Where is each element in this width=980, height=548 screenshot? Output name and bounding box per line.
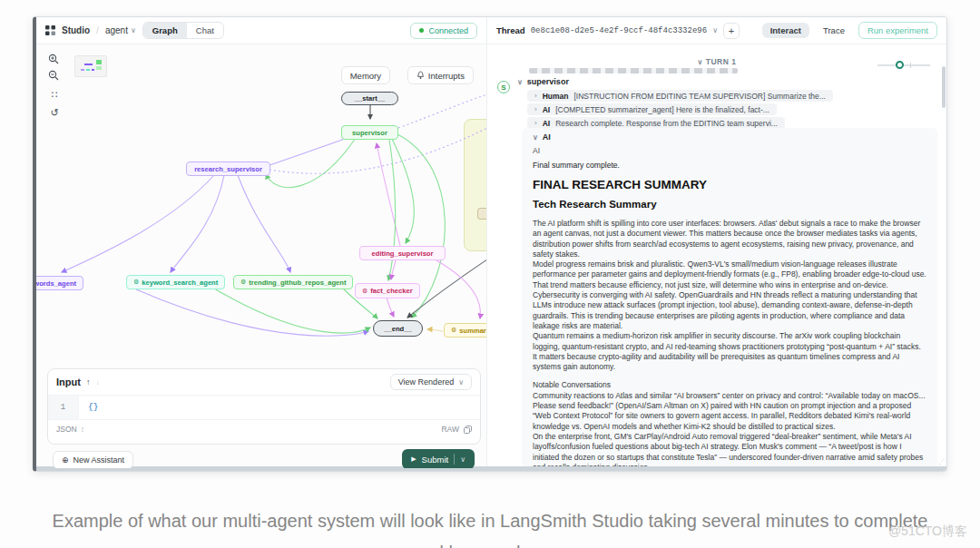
watermark: @51CTO博客	[888, 524, 967, 540]
thread-header: Thread 0e8c1e08-d2e5-4e2f-9ccf-48f4c3332…	[487, 17, 946, 44]
thread-label: Thread	[496, 25, 525, 35]
chevron-down-icon: ∨	[517, 78, 523, 86]
graph-minimap[interactable]	[74, 55, 107, 77]
notable-paragraph: On the enterprise front, GM's CarPlay/An…	[533, 432, 926, 467]
move-up-icon[interactable]: ↑	[86, 377, 91, 387]
top-bar: Studio / agent∨ Graph Chat Connected Thr…	[36, 17, 946, 44]
minimap-node	[81, 69, 84, 71]
interact-button[interactable]: Interact	[762, 23, 809, 38]
format-toggle-icon[interactable]: ↕	[81, 425, 84, 434]
chevron-right-icon: ›	[534, 92, 537, 100]
agent-dropdown[interactable]: agent∨	[105, 25, 136, 35]
new-assistant-button[interactable]: ⊕ New Assistant	[53, 451, 133, 468]
zoom-out-icon[interactable]	[48, 70, 61, 83]
message-row-ai-1[interactable]: › AI [COMPLETED summarizer_agent] Here i…	[527, 103, 777, 115]
summary-paragraph: The AI platform shift is spilling into c…	[533, 219, 926, 259]
graph-node-keyword-search-agent[interactable]: ⚙keyword_search_agent	[126, 275, 225, 289]
graph-node-editing-supervisor[interactable]: editing_supervisor	[359, 246, 446, 260]
reset-layout-icon[interactable]: ↺	[48, 106, 61, 119]
json-input-value[interactable]: {}	[79, 396, 98, 419]
minimap-node	[84, 64, 93, 65]
chevron-right-icon: ›	[534, 119, 537, 127]
interrupts-button[interactable]: Interrupts	[407, 66, 474, 84]
tab-graph[interactable]: Graph	[143, 23, 187, 38]
copy-icon[interactable]	[464, 426, 472, 434]
graph-node-fact-checker[interactable]: ⚙fact_checker	[355, 283, 420, 298]
graph-node-trending-github-repos-agent[interactable]: ⚙trending_github_repos_agent	[233, 275, 353, 289]
chevron-down-icon: ∨	[533, 133, 538, 142]
minimap-node	[86, 69, 90, 71]
graph-node-summarizer-agent[interactable]: ⚙summarizer_agent	[444, 323, 487, 338]
graph-panel: ∷ ↺ Memory Interrupts	[36, 44, 487, 468]
horizontal-scrollbar[interactable]	[36, 466, 946, 471]
studio-logo-icon	[45, 25, 55, 35]
studio-header: Studio / agent∨ Graph Chat Connected	[36, 17, 487, 44]
bell-icon	[416, 71, 425, 80]
message-row-human[interactable]: › Human [INSTRUCTION FROM EDITING TEAM S…	[527, 90, 833, 102]
subgraph-node[interactable]	[477, 208, 487, 220]
chevron-down-icon[interactable]: ∨	[460, 455, 466, 464]
scrollbar-thumb[interactable]	[942, 66, 946, 108]
expanded-ai-message: ∨ AI AI Final summary complete. FINAL RE…	[522, 128, 937, 467]
graph-node-supervisor[interactable]: supervisor	[341, 125, 398, 140]
clipped-message-row[interactable]	[529, 68, 738, 73]
minimap-node	[92, 69, 94, 71]
new-thread-button[interactable]: +	[723, 23, 740, 39]
notable-paragraph: Community reactions to Atlas and similar…	[533, 391, 926, 432]
caption-line-1: Example of what our multi-agent system w…	[0, 511, 980, 532]
status-dot-icon	[419, 28, 424, 33]
tools-icon: ⚙	[133, 279, 139, 286]
summary-paragraph: Cybersecurity is converging with AI safe…	[533, 290, 926, 331]
avatar: S	[497, 81, 510, 93]
circled-plus-icon: ⊕	[62, 455, 69, 465]
thread-chevron-icon[interactable]: ∨	[712, 26, 718, 34]
subgraph-container	[464, 119, 487, 251]
trace-button[interactable]: Trace	[815, 23, 853, 38]
resize-corner-icon: ⋰	[938, 458, 945, 465]
graph-node-start[interactable]: __start__	[341, 92, 398, 105]
fit-view-icon[interactable]: ∷	[48, 88, 61, 101]
json-editor[interactable]: 1 {}	[48, 395, 480, 420]
play-icon: ▶	[411, 455, 416, 463]
line-number: 1	[48, 396, 79, 419]
studio-label: Studio	[62, 25, 90, 35]
chevron-down-icon: ∨	[458, 378, 464, 387]
tree-node-supervisor[interactable]: ∨ supervisor	[517, 77, 569, 86]
graph-node-research-supervisor[interactable]: research_supervisor	[186, 161, 270, 176]
thread-panel: ∨ TURN 1 S ∨ supervisor › Human [INSTRUC…	[487, 44, 946, 471]
graph-node-end[interactable]: __end__	[373, 320, 423, 337]
summary-paragraph: Quantum remains a medium-horizon risk am…	[533, 331, 926, 372]
format-select[interactable]: JSON	[56, 425, 77, 434]
ai-label: AI	[533, 146, 926, 155]
slider-tick	[910, 63, 911, 68]
chevron-down-icon: ∨	[131, 26, 136, 34]
minimap-node	[96, 60, 102, 64]
ai-message-header[interactable]: ∨ AI	[533, 132, 926, 142]
input-panel: Input ↑ ↓ View Rendered ∨ 1 {} JSON ↕ RA…	[47, 368, 481, 445]
slider-handle[interactable]	[896, 61, 904, 69]
submit-button[interactable]: ▶ Submit ∨	[402, 449, 475, 468]
tools-icon: ⚙	[240, 279, 246, 286]
view-rendered-dropdown[interactable]: View Rendered ∨	[390, 374, 472, 390]
summary-title: FINAL RESEARCH SUMMARY	[533, 178, 926, 191]
tab-chat[interactable]: Chat	[187, 23, 223, 38]
memory-button[interactable]: Memory	[341, 66, 390, 84]
chevron-right-icon: ›	[534, 105, 537, 113]
raw-label[interactable]: RAW	[441, 425, 459, 434]
notable-heading: Notable Conversations	[533, 380, 926, 390]
breadcrumb: /	[96, 25, 99, 35]
view-switcher: Graph Chat	[142, 22, 224, 39]
caption-line-2: and how each runs	[0, 543, 980, 548]
graph-edges	[62, 94, 487, 336]
connected-badge: Connected	[410, 23, 477, 39]
final-status: Final summary complete.	[533, 161, 926, 170]
turn-slider[interactable]	[877, 61, 930, 70]
summary-paragraph: Model progress remains brisk and plurali…	[533, 259, 926, 290]
summary-subtitle: Tech Research Summary	[533, 199, 926, 210]
move-down-icon[interactable]: ↓	[95, 377, 100, 387]
thread-id: 0e8c1e08-d2e5-4e2f-9ccf-48f4c3332e96	[531, 26, 707, 35]
graph-node-trending-keywords-agent[interactable]: trending_keywords_agent	[36, 276, 83, 290]
run-experiment-button[interactable]: Run experiment	[858, 22, 937, 39]
zoom-in-icon[interactable]	[48, 54, 61, 66]
minimap-node	[96, 66, 102, 70]
